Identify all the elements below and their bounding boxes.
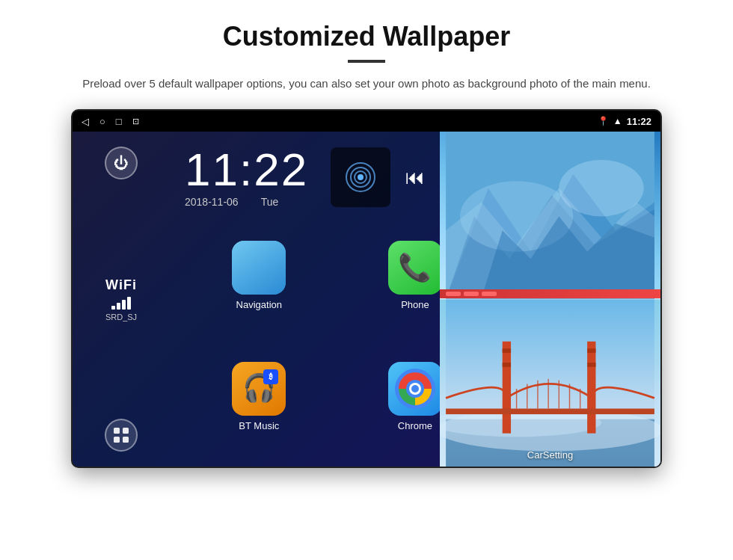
clock-display: 11:22 2018-11-06 Tue [185,147,308,208]
signal-arc-3 [346,162,375,192]
wallpaper-strip [440,289,660,298]
btmusic-label: BT Music [239,420,279,431]
svg-rect-6 [265,253,268,275]
bluetooth-symbol: ₿ [269,372,273,381]
clock-time: 11:22 [185,147,308,193]
svg-rect-0 [114,428,120,434]
status-time: 11:22 [627,116,651,127]
svg-point-18 [411,385,419,393]
power-icon: ⏻ [114,155,129,172]
svg-rect-36 [587,348,595,353]
clock-date-value: 2018-11-06 [185,196,239,208]
title-underline [348,60,385,63]
svg-rect-5 [250,253,268,256]
svg-rect-7 [244,266,268,269]
clock-day-value: Tue [261,196,279,208]
app-navigation[interactable]: 280 Navigation [185,218,334,332]
right-photos-panel: CarSetting [440,132,660,467]
svg-point-13 [264,253,272,261]
screenshot-nav-icon[interactable]: ⊡ [132,117,139,126]
photo-divider [440,298,660,300]
bluetooth-badge: ₿ [263,369,278,384]
location-icon: 📍 [598,116,609,126]
chrome-label: Chrome [398,420,432,431]
status-bar-left: ◁ ○ □ ⊡ [82,116,139,127]
wifi-icon: ▲ [613,116,622,126]
bt-headphone-icon: 🎧 ₿ [242,372,275,405]
clock-date: 2018-11-06 Tue [185,196,308,208]
svg-rect-3 [123,437,129,443]
signal-icon [342,159,379,196]
power-button[interactable]: ⏻ [105,147,138,179]
media-widget: ⏮ B [331,147,457,207]
btmusic-icon: 🎧 ₿ [232,362,286,416]
grid-icon [113,427,129,443]
wifi-bar-4 [127,297,131,310]
back-nav-icon[interactable]: ◁ [82,116,89,127]
phone-label: Phone [401,299,429,310]
carsetting-label[interactable]: CarSetting [502,449,599,461]
left-sidebar: ⏻ WiFi SRD_SJ [73,132,170,467]
svg-marker-14 [266,257,271,262]
svg-rect-35 [503,363,511,367]
svg-rect-37 [587,363,595,367]
page-subtitle: Preload over 5 default wallpaper options… [82,75,651,93]
navigation-label: Navigation [236,299,282,310]
all-apps-button[interactable] [105,419,138,452]
media-icon-box [331,147,390,207]
page-wrapper: Customized Wallpaper Preload over 5 defa… [0,0,733,560]
photo-bottom-bridge: CarSetting [440,299,660,467]
chrome-icon [388,362,442,416]
status-bar-right: 📍 ▲ 11:22 [598,116,651,127]
bridge-svg [440,299,660,467]
status-bar: ◁ ○ □ ⊡ 📍 ▲ 11:22 [73,111,660,132]
glacier-svg [440,132,660,299]
svg-rect-1 [123,428,129,434]
nav-map-svg: 280 [236,245,281,290]
app-btmusic[interactable]: 🎧 ₿ BT Music [185,339,334,453]
chrome-svg [395,369,435,409]
svg-rect-32 [503,342,511,434]
svg-rect-34 [503,348,511,353]
svg-rect-10 [250,253,268,255]
svg-rect-9 [250,266,253,283]
wifi-label: WiFi [105,277,137,293]
svg-rect-2 [114,437,120,443]
phone-icon: 📞 [388,241,442,295]
device-frame: ◁ ○ □ ⊡ 📍 ▲ 11:22 ⏻ WiFi [71,109,662,468]
wifi-bar-1 [111,306,115,310]
svg-rect-33 [587,342,595,434]
wifi-ssid: SRD_SJ [105,313,137,321]
svg-text:280: 280 [246,271,255,277]
svg-point-26 [559,160,643,217]
wifi-info: WiFi SRD_SJ [105,277,137,321]
wifi-bar-3 [122,300,126,310]
wifi-bar-2 [117,303,120,310]
screen-content: ⏻ WiFi SRD_SJ [73,132,660,467]
recents-nav-icon[interactable]: □ [116,116,122,127]
page-title: Customized Wallpaper [223,21,511,52]
wifi-bars [105,296,137,310]
prev-track-icon[interactable]: ⏮ [405,166,425,189]
phone-handset-icon: 📞 [398,252,432,283]
svg-rect-11 [240,268,261,278]
home-nav-icon[interactable]: ○ [99,116,105,127]
svg-rect-8 [244,266,247,283]
navigation-icon: 280 [232,241,286,295]
photo-top-glacier [440,132,660,299]
svg-rect-4 [236,245,281,290]
svg-rect-38 [446,408,654,414]
